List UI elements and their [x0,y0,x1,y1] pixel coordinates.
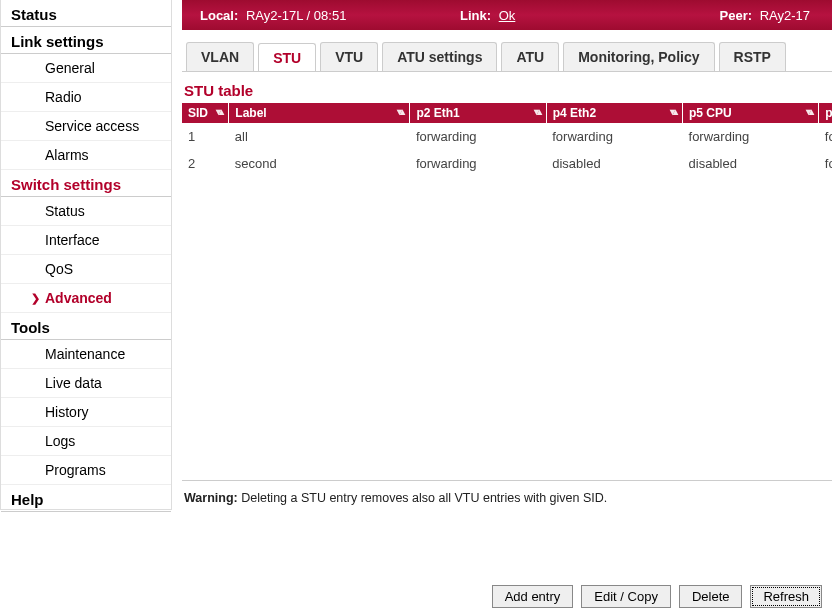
cell-p4: disabled [546,150,682,177]
nav-item-programs[interactable]: Programs [1,456,171,485]
cell-p4: forwarding [546,123,682,150]
refresh-button[interactable]: Refresh [750,585,822,608]
nav-section-link-settings[interactable]: Link settings [1,27,171,54]
nav-item-radio[interactable]: Radio [1,83,171,112]
cell-sid: 2 [182,150,229,177]
col-p4[interactable]: p4 Eth2▾▴ [546,103,682,123]
nav-item-history[interactable]: History [1,398,171,427]
stu-table: SID▾▴ Label▾▴ p2 Eth1▾▴ p4 Eth2▾▴ p5 CPU… [182,103,832,177]
table-row[interactable]: 1 all forwarding forwarding forwarding f… [182,123,832,150]
topbar-link-label: Link: [460,8,491,23]
table-row[interactable]: 2 second forwarding disabled disabled fo… [182,150,832,177]
nav-section-help[interactable]: Help [1,485,171,512]
nav-item-logs[interactable]: Logs [1,427,171,456]
tabs: VLAN STU VTU ATU settings ATU Monitoring… [182,42,832,72]
tab-stu[interactable]: STU [258,43,316,72]
topbar-local-label: Local: [200,8,238,23]
sort-icon[interactable]: ▾▴ [216,106,222,117]
cell-p5: forwarding [683,123,819,150]
col-p2[interactable]: p2 Eth1▾▴ [410,103,546,123]
nav-item-live-data[interactable]: Live data [1,369,171,398]
main-area: Local: RAy2-17L / 08:51 Link: Ok Peer: R… [172,0,834,616]
nav-item-maintenance[interactable]: Maintenance [1,340,171,369]
cell-p6: forw [819,150,832,177]
cell-label: all [229,123,410,150]
topbar: Local: RAy2-17L / 08:51 Link: Ok Peer: R… [182,0,832,30]
col-p5[interactable]: p5 CPU▾▴ [683,103,819,123]
nav-item-qos[interactable]: QoS [1,255,171,284]
col-label[interactable]: Label▾▴ [229,103,410,123]
sort-icon[interactable]: ▾▴ [670,106,676,117]
warning-line: Warning: Deleting a STU entry removes al… [182,481,832,505]
topbar-link-value[interactable]: Ok [499,8,516,23]
sidebar: Status Link settings General Radio Servi… [0,0,172,510]
nav-section-tools[interactable]: Tools [1,313,171,340]
nav-section-switch-settings[interactable]: Switch settings [1,170,171,197]
sort-icon[interactable]: ▾▴ [534,106,540,117]
edit-copy-button[interactable]: Edit / Copy [581,585,671,608]
cell-p2: forwarding [410,123,546,150]
add-entry-button[interactable]: Add entry [492,585,574,608]
nav-item-interface[interactable]: Interface [1,226,171,255]
cell-p5: disabled [683,150,819,177]
topbar-peer-label: Peer: [720,8,753,23]
tab-rstp[interactable]: RSTP [719,42,786,71]
nav-item-service-access[interactable]: Service access [1,112,171,141]
sort-icon[interactable]: ▾▴ [806,106,812,117]
topbar-local-value: RAy2-17L / 08:51 [246,8,346,23]
cell-label: second [229,150,410,177]
cell-p6: forw [819,123,832,150]
table-scroll[interactable]: SID▾▴ Label▾▴ p2 Eth1▾▴ p4 Eth2▾▴ p5 CPU… [182,103,832,481]
delete-button[interactable]: Delete [679,585,743,608]
tab-vlan[interactable]: VLAN [186,42,254,71]
nav-item-general[interactable]: General [1,54,171,83]
nav-item-advanced[interactable]: Advanced [1,284,171,313]
nav-section-status[interactable]: Status [1,0,171,27]
nav-item-alarms[interactable]: Alarms [1,141,171,170]
tab-atu[interactable]: ATU [501,42,559,71]
topbar-peer-value: RAy2-17 [760,8,810,23]
table-title: STU table [182,78,832,103]
tab-monitoring-policy[interactable]: Monitoring, Policy [563,42,714,71]
nav-item-switch-status[interactable]: Status [1,197,171,226]
sort-icon[interactable]: ▾▴ [397,106,403,117]
content: STU table SID▾▴ Label▾▴ p2 Eth1▾▴ p4 Eth… [182,72,832,505]
warning-prefix: Warning: [184,491,238,505]
warning-text: Deleting a STU entry removes also all VT… [238,491,608,505]
tab-vtu[interactable]: VTU [320,42,378,71]
tab-atu-settings[interactable]: ATU settings [382,42,497,71]
action-buttons: Add entry Edit / Copy Delete Refresh [492,585,822,608]
col-p6[interactable]: p6 [819,103,832,123]
cell-p2: forwarding [410,150,546,177]
col-sid[interactable]: SID▾▴ [182,103,229,123]
cell-sid: 1 [182,123,229,150]
